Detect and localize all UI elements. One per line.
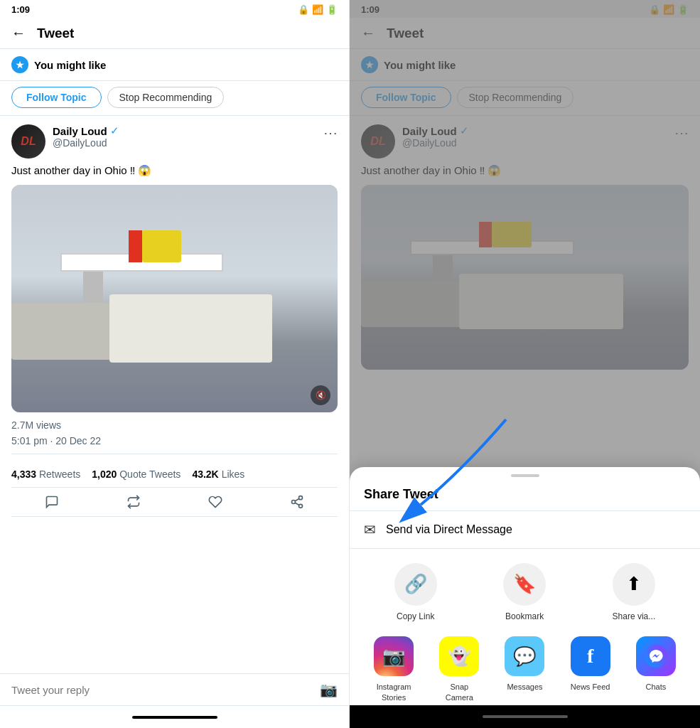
instagram-icon: 📷: [374, 636, 414, 676]
header-title-left: Tweet: [37, 26, 74, 41]
tweet-datetime-left: 5:01 pm · 20 Dec 22: [11, 435, 338, 454]
verified-badge-left: ✓: [110, 124, 119, 137]
tweet-header-left: ← Tweet: [0, 18, 349, 49]
likes-count: 43.2K Likes: [192, 469, 244, 480]
svg-line-4: [295, 498, 299, 500]
reply-bar: 📷: [0, 673, 349, 705]
follow-topic-button-left[interactable]: Follow Topic: [11, 87, 102, 108]
share-via-icon-circle: ⬆: [613, 563, 655, 606]
copy-link-icon: 🔗: [404, 573, 427, 595]
copy-link-label: Copy Link: [397, 611, 434, 623]
snapchat-app[interactable]: 👻 SnapCamera: [439, 636, 479, 702]
mute-icon[interactable]: 🔇: [311, 385, 330, 405]
stop-recommending-button-left[interactable]: Stop Recommending: [107, 87, 225, 108]
messages-label: Messages: [507, 682, 542, 692]
recommend-bar-left: ★ You might like: [0, 49, 349, 81]
retweet-count: 4,333 Retweets: [11, 469, 80, 480]
avatar-left: DL: [11, 124, 45, 159]
share-via-icon: ⬆: [626, 573, 642, 595]
retweet-button[interactable]: [126, 495, 141, 509]
bookmark-label: Bookmark: [505, 611, 544, 623]
recommend-text-left: You might like: [34, 59, 338, 71]
svg-point-5: [645, 645, 667, 668]
messenger-icon: [636, 636, 676, 676]
recommend-icon-left: ★: [11, 56, 28, 73]
like-button[interactable]: [208, 495, 222, 509]
author-handle-left: @DailyLoud: [53, 137, 316, 149]
facebook-icon: f: [571, 636, 610, 676]
bottom-bar-right: [350, 705, 700, 728]
svg-point-0: [298, 496, 302, 500]
news-feed-app[interactable]: f News Feed: [571, 636, 610, 702]
tweet-views-left: 2.7M views: [11, 419, 338, 431]
app-icons-row: 📷 InstagramStories 👻 SnapCamera 💬 Messag…: [350, 629, 700, 714]
bookmark-icon: 🔖: [513, 573, 536, 595]
sheet-handle: [511, 474, 539, 477]
tweet-text-left: Just another day in Ohio ‼️ 😱: [11, 163, 338, 178]
action-buttons-left: Follow Topic Stop Recommending: [0, 81, 349, 116]
bookmark-icon-circle: 🔖: [503, 563, 546, 606]
instagram-label: InstagramStories: [377, 682, 411, 702]
more-button-left[interactable]: ⋯: [323, 124, 338, 141]
left-panel: 1:09 🔒 📶 🔋 ← Tweet ★ You might like Foll…: [0, 0, 350, 728]
camera-icon[interactable]: 📷: [320, 681, 338, 698]
lock-icon: 🔒: [298, 4, 309, 15]
author-name-left: Daily Loud: [53, 125, 107, 137]
home-indicator-left: [132, 716, 217, 719]
status-icons-left: 🔒 📶 🔋: [298, 4, 338, 15]
author-row-left: DL Daily Loud ✓ @DailyLoud ⋯: [11, 124, 338, 159]
battery-icon: 🔋: [326, 4, 338, 15]
copy-link-option[interactable]: 🔗 Copy Link: [394, 563, 437, 623]
messages-app[interactable]: 💬 Messages: [505, 636, 544, 702]
tweet-image-left: 🔇: [11, 185, 338, 412]
news-feed-label: News Feed: [571, 682, 610, 692]
share-button[interactable]: [290, 495, 304, 509]
share-via-option[interactable]: ⬆ Share via...: [613, 563, 656, 623]
share-via-label: Share via...: [613, 611, 656, 623]
bottom-bar-left: [0, 705, 349, 728]
send-dm-option[interactable]: ✉ Send via Direct Message: [350, 511, 700, 549]
tweet-actions-left: [11, 488, 338, 517]
chats-app[interactable]: Chats: [636, 636, 676, 702]
share-sheet: Share Tweet ✉ Send via Direct Message 🔗 …: [350, 467, 700, 728]
snapchat-icon: 👻: [439, 636, 479, 676]
svg-line-3: [295, 503, 299, 505]
signal-icon: 📶: [312, 4, 323, 15]
messages-icon: 💬: [505, 636, 544, 676]
bookmark-option[interactable]: 🔖 Bookmark: [503, 563, 546, 623]
reply-input[interactable]: [11, 684, 311, 696]
svg-point-2: [298, 504, 302, 508]
author-info-left: Daily Loud ✓ @DailyLoud: [53, 124, 316, 149]
share-options-row: 🔗 Copy Link 🔖 Bookmark ⬆ Share via...: [350, 549, 700, 630]
quote-count: 1,020 Quote Tweets: [92, 469, 181, 480]
reply-button[interactable]: [45, 495, 59, 509]
home-indicator-right: [483, 715, 568, 718]
share-title: Share Tweet: [350, 487, 700, 511]
snapchat-label: SnapCamera: [446, 682, 473, 702]
right-panel: 1:09 🔒 📶 🔋 ← Tweet ★ You might like Foll…: [350, 0, 700, 728]
dm-label: Send via Direct Message: [386, 523, 512, 536]
chats-label: Chats: [645, 682, 666, 692]
back-button-left[interactable]: ←: [11, 25, 26, 41]
dm-icon: ✉: [364, 521, 376, 538]
tweet-card-left: DL Daily Loud ✓ @DailyLoud ⋯ Just anothe…: [0, 116, 349, 673]
svg-point-1: [291, 500, 295, 504]
tweet-stats-left: 4,333 Retweets 1,020 Quote Tweets 43.2K …: [11, 461, 338, 488]
copy-link-icon-circle: 🔗: [394, 563, 437, 606]
time-left: 1:09: [11, 4, 30, 15]
instagram-stories-app[interactable]: 📷 InstagramStories: [374, 636, 414, 702]
status-bar-left: 1:09 🔒 📶 🔋: [0, 0, 349, 18]
